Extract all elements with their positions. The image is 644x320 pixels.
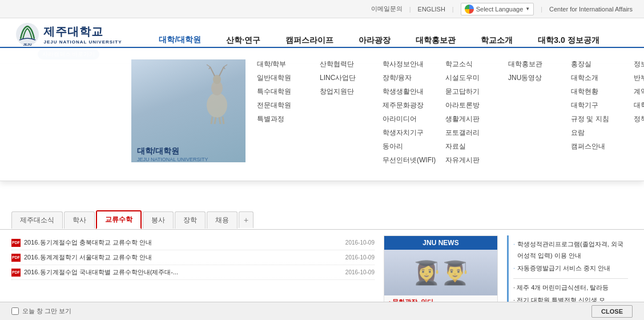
tab-area: 제주대소식 학사 교류수학 봉사 장학 채용 + <box>0 206 644 230</box>
tab-exchange[interactable]: 교류수학 <box>96 210 142 229</box>
email-link[interactable]: 이메일문의 <box>371 5 402 13</box>
tab-news[interactable]: 제주대소식 <box>11 211 63 229</box>
svg-text:JEJU: JEJU <box>23 43 32 46</box>
mega-col-2-item-4[interactable]: 아라미디어 <box>383 114 440 124</box>
deer-icon <box>194 62 240 125</box>
mega-menu: 대학/대학원 JEJU NATIONAL UNIVERSITY 대학/학부 일반… <box>0 47 644 181</box>
mega-col-3-item-6[interactable]: 자료실 <box>445 142 502 151</box>
news-item-1: PDF 2016.동계계절학기 서울대학교 교류수학 안내 2016-10-09 <box>11 250 375 265</box>
mega-col-2-item-7[interactable]: 무선인터넷(WIFI) <box>383 155 440 165</box>
today-checkbox[interactable] <box>11 307 19 315</box>
mega-col-3: 학교소식 시설도우미 묻고답하기 아라토론방 생활게시판 포토갤러리 자료실 자… <box>445 59 508 169</box>
notif-bullet-1: · <box>513 263 515 274</box>
pdf-icon-1: PDF <box>11 254 21 262</box>
mega-col-6-item-1[interactable]: 반부패,청렴시책공유방 <box>634 73 644 83</box>
mega-col-5: 홍장실 대학소개 대학현황 대학기구 규정 및 지침 요람 캠퍼스안내 <box>571 59 634 169</box>
mega-col-6: 정보공개 반부패,청렴시책공유방 계약정보공개 대학평가및국책사업 정책설명제 <box>634 59 644 169</box>
mega-col-5-item-4[interactable]: 규정 및 지침 <box>571 114 628 124</box>
persons-illustration: 👩‍🎓👨‍🎓 <box>412 259 469 286</box>
mega-col-2-item-2[interactable]: 학생생활안내 <box>383 87 440 97</box>
notif-item-0: · 학생성적관리프로그램(졸업자격, 외국어성적 입력) 이용 안내 <box>513 239 628 262</box>
svg-line-7 <box>209 67 210 69</box>
mega-menu-columns: 대학/학부 일반대학원 특수대학원 전문대학원 특별과정 산학협력단 LINC사… <box>245 59 644 169</box>
bottom-bar: 오늘 창 그만 보기 CLOSE <box>0 302 644 320</box>
mega-col-3-item-2[interactable]: 묻고답하기 <box>445 87 502 97</box>
mega-col-3-item-1[interactable]: 시설도우미 <box>445 73 502 83</box>
mega-col-0-item-2[interactable]: 특수대학원 <box>257 87 314 97</box>
english-link[interactable]: ENGLISH <box>418 6 445 13</box>
divider1: | <box>409 6 411 13</box>
svg-line-10 <box>224 67 225 69</box>
mega-col-3-item-3[interactable]: 아라토론방 <box>445 101 502 110</box>
mega-col-6-item-2[interactable]: 계약정보공개 <box>634 87 644 97</box>
svg-line-9 <box>224 65 227 67</box>
mega-col-4-item-0[interactable]: 대학홍보관 <box>508 59 565 69</box>
svg-line-12 <box>215 117 216 124</box>
mega-col-5-item-5[interactable]: 요람 <box>571 128 628 138</box>
mega-col-2-item-0[interactable]: 학사정보안내 <box>383 59 440 69</box>
tab-academic[interactable]: 학사 <box>64 211 95 229</box>
mega-col-0-item-4[interactable]: 특별과정 <box>257 114 314 124</box>
pdf-icon-2: PDF <box>11 269 21 277</box>
mega-col-1-item-2[interactable]: 창업지원단 <box>320 87 377 97</box>
tab-add-button[interactable]: + <box>239 211 253 228</box>
logo-top: JEJU 제주대학교 JEJU NATIONAL UNIVERSITY <box>15 22 122 47</box>
news-date-0: 2016-10-09 <box>345 239 375 246</box>
svg-line-6 <box>207 65 210 67</box>
mega-col-0-item-1[interactable]: 일반대학원 <box>257 73 314 83</box>
mega-col-2-item-1[interactable]: 장학/융자 <box>383 73 440 83</box>
jnu-news-header: JNU NEWS <box>384 236 497 250</box>
tab-scholarship[interactable]: 장학 <box>175 211 206 229</box>
mega-col-4-item-1[interactable]: JNU동영상 <box>508 73 565 83</box>
mega-col-0-item-0[interactable]: 대학/학부 <box>257 59 314 69</box>
submenu-sublabel: JEJU NATIONAL UNIVERSITY <box>137 157 208 162</box>
mega-col-2-item-5[interactable]: 학생자치기구 <box>383 128 440 138</box>
mega-col-1-item-0[interactable]: 산학협력단 <box>320 59 377 69</box>
mega-col-2-item-6[interactable]: 동아리 <box>383 142 440 151</box>
notif-text-1[interactable]: 자동증명발급기 서비스 중지 안내 <box>517 263 610 274</box>
news-date-1: 2016-10-09 <box>345 254 375 261</box>
right-news-text-0[interactable]: · 제주 4개 머린미급식센터, 탈라등 <box>513 282 609 294</box>
news-item-2: PDF 2016.동기계절수업 국내대학별 교류수학안내(제주대-... 201… <box>11 265 375 280</box>
international-center-label: Center for International Affairs <box>549 6 633 13</box>
news-date-2: 2016-10-09 <box>345 269 375 275</box>
mega-col-3-item-7[interactable]: 자유게시판 <box>445 155 502 165</box>
mega-col-2-item-3[interactable]: 제주문화광장 <box>383 101 440 110</box>
mega-col-1-item-1[interactable]: LINC사업단 <box>320 73 377 83</box>
news-title-0[interactable]: 2016.동기계절수업 충북대학교 교류수학 안내 <box>24 238 342 247</box>
mega-col-0: 대학/학부 일반대학원 특수대학원 전문대학원 특별과정 <box>257 59 320 169</box>
svg-point-2 <box>207 93 227 118</box>
mega-col-6-item-3[interactable]: 대학평가및국책사업 <box>634 101 644 110</box>
mega-col-6-item-4[interactable]: 정책설명제 <box>634 114 644 124</box>
pdf-icon-0: PDF <box>11 239 21 247</box>
tab-recruit[interactable]: 채용 <box>207 211 238 229</box>
news-item-0: PDF 2016.동기계절수업 충북대학교 교류수학 안내 2016-10-09 <box>11 235 375 250</box>
university-emblem[interactable]: JEJU <box>15 22 40 47</box>
mega-col-5-item-3[interactable]: 대학기구 <box>571 101 628 110</box>
notif-bullet-0: · <box>513 239 515 250</box>
mega-col-2: 학사정보안내 장학/융자 학생생활안내 제주문화광장 아라미디어 학생자치기구 … <box>383 59 445 169</box>
today-checkbox-area: 오늘 창 그만 보기 <box>11 307 71 315</box>
mega-col-1: 산학협력단 LINC사업단 창업지원단 <box>320 59 383 169</box>
select-language-button[interactable]: Select Language ▼ <box>461 3 534 15</box>
mega-col-5-item-1[interactable]: 대학소개 <box>571 73 628 83</box>
mega-col-3-item-4[interactable]: 생활게시판 <box>445 114 502 124</box>
close-button[interactable]: CLOSE <box>591 305 633 318</box>
google-translate-icon <box>465 5 474 14</box>
mega-col-4: 대학홍보관 JNU동영상 <box>508 59 571 169</box>
mega-col-5-item-0[interactable]: 홍장실 <box>571 59 628 69</box>
notif-text-0[interactable]: 학생성적관리프로그램(졸업자격, 외국어성적 입력) 이용 안내 <box>517 239 628 262</box>
tab-volunteer[interactable]: 봉사 <box>143 211 174 229</box>
mega-col-3-item-0[interactable]: 학교소식 <box>445 59 502 69</box>
svg-line-8 <box>219 67 224 76</box>
divider2: | <box>452 6 454 13</box>
mega-col-5-item-6[interactable]: 캠퍼스안내 <box>571 142 628 151</box>
svg-line-11 <box>211 117 212 124</box>
mega-col-0-item-3[interactable]: 전문대학원 <box>257 101 314 110</box>
mega-col-6-item-0[interactable]: 정보공개 <box>634 59 644 69</box>
mega-col-3-item-5[interactable]: 포토갤러리 <box>445 128 502 138</box>
news-title-1[interactable]: 2016.동계계절학기 서울대학교 교류수학 안내 <box>24 253 342 262</box>
right-news-0: · 제주 4개 머린미급식센터, 탈라등 <box>513 282 628 294</box>
news-title-2[interactable]: 2016.동기계절수업 국내대학별 교류수학안내(제주대-... <box>24 268 342 277</box>
mega-col-5-item-2[interactable]: 대학현황 <box>571 87 628 97</box>
